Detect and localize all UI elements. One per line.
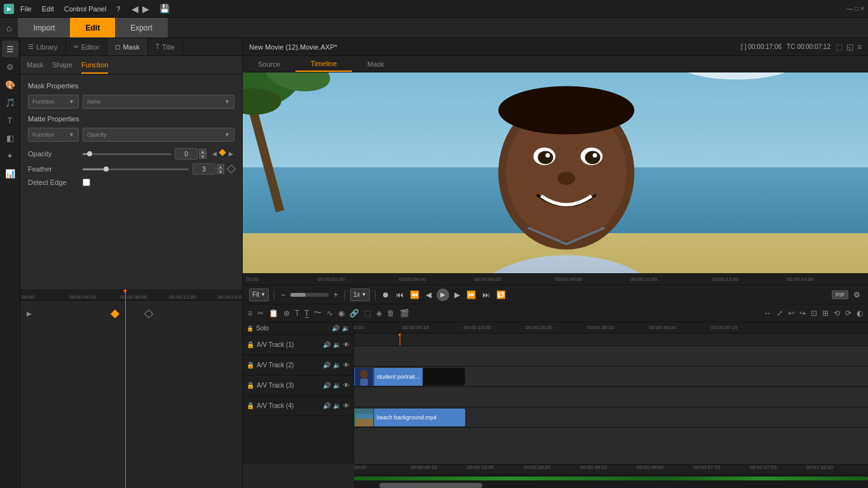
sidebar-chart-icon[interactable]: 📊 [2, 165, 18, 182]
pb-settings[interactable]: ⚙ [852, 290, 862, 299]
kf-diamond-1[interactable] [111, 309, 119, 318]
tl-icon-wave[interactable]: 〜 [313, 308, 323, 318]
track4-mute[interactable]: 🔊 [323, 402, 330, 409]
preview-tab-mask[interactable]: Mask [352, 56, 399, 72]
tab-title[interactable]: T Title [148, 38, 183, 55]
track4-eye[interactable]: 👁 [343, 402, 349, 409]
opacity-kf-next[interactable]: ▶ [227, 150, 234, 158]
sidebar-effects-icon[interactable]: ⚙ [2, 58, 18, 75]
track2-eye[interactable]: 👁 [343, 362, 349, 369]
sidebar-library-icon[interactable]: ☰ [2, 41, 18, 57]
track3-eye[interactable]: 👁 [343, 382, 349, 389]
menu-edit[interactable]: Edit [38, 4, 58, 14]
track4-vol[interactable]: 🔉 [333, 402, 341, 409]
tab-library[interactable]: ☰ Library [20, 38, 66, 55]
track3-vol[interactable]: 🔉 [333, 382, 341, 389]
nav-back[interactable]: ◀ [132, 4, 139, 14]
sidebar-overlay-icon[interactable]: ◧ [2, 130, 18, 146]
track2-mute[interactable]: 🔊 [323, 362, 330, 369]
track-row-4[interactable]: beach background.mp4 [354, 407, 868, 428]
preview-tab-timeline[interactable]: Timeline [295, 56, 352, 72]
tl-icon-r3[interactable]: ↩ [787, 309, 796, 318]
zoom-slider[interactable] [290, 293, 329, 297]
tl-icon-cut[interactable]: ✂ [256, 309, 265, 318]
tl-icon-diamond[interactable]: ◈ [375, 309, 383, 318]
tl-icon-r8[interactable]: ⟳ [844, 309, 853, 318]
export-mode-button[interactable]: Export [115, 18, 168, 37]
pb-loop[interactable]: 🔁 [495, 290, 507, 299]
track1-vol[interactable]: 🔉 [333, 341, 341, 348]
fit-dropdown[interactable]: Fit ▼ [249, 288, 269, 301]
import-mode-button[interactable]: Import [18, 18, 70, 37]
opacity-kf-prev[interactable]: ◀ [210, 150, 218, 158]
feather-kf-diamond[interactable] [227, 165, 236, 173]
pb-zoom-in[interactable]: + [332, 290, 339, 299]
tl-icon-fade[interactable]: ∿ [325, 309, 334, 318]
tl-icon-paste[interactable]: 📋 [268, 309, 280, 318]
feather-up[interactable]: ▲ [217, 164, 224, 169]
track1-eye[interactable]: 👁 [343, 341, 349, 348]
pb-step-fwd[interactable]: ▶ [453, 290, 461, 299]
tl-icon-r2[interactable]: ⤢ [775, 309, 784, 318]
kf-arrow[interactable]: ▶ [27, 310, 32, 317]
save-icon[interactable]: 💾 [157, 4, 172, 13]
solo-mute-icon[interactable]: 🔊 [332, 325, 339, 332]
opacity-slider[interactable] [83, 153, 171, 155]
preview-icon-3[interactable]: ≡ [857, 43, 862, 51]
opacity-up[interactable]: ▲ [199, 149, 207, 154]
opacity-kf-add[interactable] [219, 149, 226, 156]
tl-icon-subtitle[interactable]: T̲ [303, 309, 310, 318]
speed-dropdown[interactable]: 1x ▼ [350, 288, 369, 301]
mask-subtab-shape[interactable]: Shape [52, 61, 72, 74]
detect-edge-checkbox[interactable] [83, 179, 90, 186]
mask-subtab-function[interactable]: Function [81, 61, 108, 74]
mask-function-dropdown[interactable]: Function▼ [28, 95, 79, 109]
h-scrollbar-thumb[interactable] [379, 483, 482, 488]
track1-mute[interactable]: 🔊 [323, 341, 330, 348]
pb-skip-start[interactable]: ⏮ [395, 290, 405, 299]
tl-icon-add[interactable]: ⊕ [282, 309, 291, 318]
tl-icon-r6[interactable]: ⊞ [821, 309, 830, 318]
h-scrollbar[interactable] [354, 483, 868, 488]
pb-zoom-out[interactable]: − [280, 290, 287, 299]
solo-vol-icon[interactable]: 🔉 [342, 325, 349, 332]
opacity-down[interactable]: ▼ [199, 154, 207, 159]
track2-vol[interactable]: 🔉 [333, 362, 341, 369]
mask-none-dropdown[interactable]: None▼ [83, 95, 234, 109]
tl-icon-circle[interactable]: ◉ [337, 309, 346, 318]
sidebar-text-icon[interactable]: T [2, 112, 18, 128]
clip-student[interactable]: student portrait... [354, 368, 465, 386]
feather-input[interactable] [193, 163, 215, 175]
track-row-2[interactable]: student portrait... [354, 367, 868, 387]
mask-subtab-mask[interactable]: Mask [27, 61, 43, 74]
matte-function-dropdown[interactable]: Function▼ [28, 128, 79, 142]
pb-skip-end[interactable]: ⏭ [481, 290, 491, 299]
menu-help[interactable]: ? [112, 4, 124, 14]
tl-icon-delete[interactable]: 🗑 [386, 309, 396, 318]
pb-prev-frame[interactable]: ⏪ [409, 290, 421, 299]
preview-icon-1[interactable]: ⬚ [836, 43, 843, 51]
tl-icon-title[interactable]: T [294, 309, 301, 318]
menu-file[interactable]: File [17, 4, 36, 14]
sidebar-motion-icon[interactable]: ✦ [2, 147, 18, 164]
tl-icon-snap[interactable]: 🎬 [398, 309, 410, 318]
track-row-1[interactable] [354, 346, 868, 367]
edit-mode-button[interactable]: Edit [70, 18, 115, 37]
tl-icon-r4[interactable]: ↪ [798, 309, 807, 318]
preview-tab-source[interactable]: Source [243, 56, 295, 72]
feather-down[interactable]: ▼ [217, 169, 224, 174]
menu-control-panel[interactable]: Control Panel [60, 4, 111, 14]
preview-icon-2[interactable]: ◱ [846, 43, 853, 51]
clip-beach[interactable]: beach background.mp4 [354, 409, 465, 426]
pb-record[interactable]: ⏺ [381, 290, 391, 299]
pip-button[interactable]: PiP [832, 290, 848, 299]
sidebar-audio-icon[interactable]: 🎵 [2, 94, 18, 111]
tl-icon-frame[interactable]: ⬚ [363, 309, 372, 318]
track-row-3[interactable] [354, 387, 868, 407]
tl-icon-menu[interactable]: ≡ [247, 309, 254, 318]
nav-forward[interactable]: ▶ [142, 4, 149, 14]
pb-next-frame[interactable]: ⏩ [465, 290, 477, 299]
tab-mask[interactable]: ◻ Mask [107, 38, 147, 55]
tl-icon-r5[interactable]: ⊡ [810, 309, 818, 318]
tl-icon-r7[interactable]: ⟲ [832, 309, 841, 318]
